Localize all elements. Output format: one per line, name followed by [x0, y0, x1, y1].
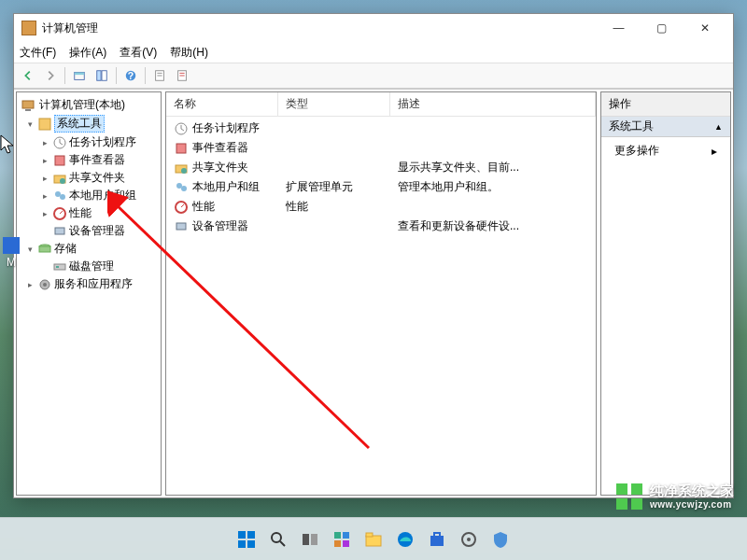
svg-point-18 — [60, 178, 65, 184]
edge-button[interactable] — [392, 526, 418, 553]
list-row[interactable]: 设备管理器查看和更新设备硬件设... — [170, 217, 592, 236]
properties-button[interactable] — [149, 65, 170, 86]
tree-local-users[interactable]: ▸本地用户和组 — [39, 187, 159, 204]
svg-point-32 — [181, 168, 187, 174]
svg-line-48 — [280, 541, 285, 546]
titlebar[interactable]: 计算机管理 — ▢ ✕ — [14, 14, 733, 42]
list-pane[interactable]: 名称 类型 描述 任务计划程序事件查看器共享文件夹显示共享文件夹、目前...本地… — [165, 91, 597, 496]
menu-file[interactable]: 文件(F) — [20, 45, 56, 61]
list-row[interactable]: 本地用户和组扩展管理单元管理本地用户和组。 — [170, 177, 592, 197]
svg-rect-51 — [334, 532, 341, 539]
cursor-icon — [0, 134, 17, 157]
svg-point-33 — [176, 183, 182, 189]
back-button[interactable] — [18, 65, 38, 86]
svg-rect-46 — [247, 540, 255, 548]
list-row[interactable]: 共享文件夹显示共享文件夹、目前... — [170, 158, 592, 177]
svg-rect-53 — [334, 540, 341, 547]
svg-rect-25 — [54, 264, 65, 270]
svg-rect-26 — [56, 266, 59, 268]
svg-point-19 — [55, 191, 61, 197]
svg-rect-2 — [97, 71, 101, 81]
action-group-header[interactable]: 系统工具 ▲ — [601, 117, 730, 137]
svg-rect-50 — [311, 534, 317, 545]
tree-task-scheduler[interactable]: ▸任务计划程序 — [39, 133, 159, 151]
window-title: 计算机管理 — [42, 21, 598, 36]
svg-rect-39 — [616, 483, 627, 495]
svg-rect-44 — [247, 531, 255, 539]
refresh-button[interactable] — [172, 65, 192, 86]
up-button[interactable] — [69, 65, 90, 86]
menu-view[interactable]: 查看(V) — [120, 45, 157, 61]
svg-point-47 — [272, 533, 281, 542]
store-button[interactable] — [424, 526, 450, 553]
help-button[interactable]: ? — [120, 65, 141, 86]
start-button[interactable] — [233, 526, 260, 553]
svg-rect-42 — [631, 498, 642, 510]
tree-pane[interactable]: 计算机管理(本地) ▾ 系统工具 ▸任务计划程序 ▸事件查看器 ▸共享文件夹 ▸… — [16, 91, 162, 496]
tree-event-viewer[interactable]: ▸事件查看器 — [39, 151, 159, 169]
svg-rect-59 — [434, 533, 440, 537]
svg-rect-45 — [238, 540, 246, 548]
tree-storage[interactable]: ▾ 存储 — [22, 240, 159, 258]
close-button[interactable]: ✕ — [684, 15, 726, 41]
tree-services-apps[interactable]: ▸ 服务和应用程序 — [22, 275, 159, 293]
device-icon — [52, 224, 67, 239]
svg-rect-24 — [39, 246, 50, 252]
watermark-logo-icon — [614, 482, 644, 511]
svg-rect-49 — [303, 534, 309, 545]
explorer-button[interactable] — [360, 526, 387, 553]
security-button[interactable] — [487, 526, 514, 553]
list-row[interactable]: 性能性能 — [170, 197, 592, 217]
list-row[interactable]: 任务计划程序 — [170, 119, 592, 138]
forward-button[interactable] — [40, 65, 61, 86]
tools-icon — [37, 117, 52, 132]
chevron-right-icon[interactable]: ▸ — [39, 190, 50, 202]
col-desc[interactable]: 描述 — [390, 92, 596, 116]
action-header: 操作 — [601, 92, 730, 117]
computer-management-window: 计算机管理 — ▢ ✕ 文件(F) 操作(A) 查看(V) 帮助(H) ? 计算… — [13, 13, 734, 498]
chevron-right-icon[interactable]: ▸ — [39, 155, 50, 166]
settings-button[interactable] — [456, 526, 482, 553]
row-icon — [174, 121, 189, 136]
tree-disk-management[interactable]: ▸磁盘管理 — [39, 258, 159, 275]
taskbar[interactable] — [0, 517, 747, 560]
services-icon — [37, 277, 52, 292]
svg-rect-30 — [176, 144, 186, 153]
search-button[interactable] — [265, 526, 291, 553]
tree-system-tools[interactable]: ▾ 系统工具 — [22, 114, 159, 133]
svg-point-34 — [181, 186, 187, 191]
svg-point-20 — [60, 194, 65, 200]
chevron-down-icon[interactable]: ▾ — [24, 244, 35, 255]
svg-rect-3 — [102, 71, 106, 81]
col-type[interactable]: 类型 — [278, 92, 390, 116]
list-row[interactable]: 事件查看器 — [170, 138, 592, 158]
chevron-right-icon[interactable]: ▸ — [24, 279, 35, 290]
collapse-icon: ▲ — [714, 122, 723, 132]
clock-icon — [52, 135, 67, 150]
tree-device-manager[interactable]: ▸设备管理器 — [39, 222, 159, 240]
svg-point-28 — [43, 283, 47, 287]
col-name[interactable]: 名称 — [166, 92, 278, 116]
show-hide-tree-button[interactable] — [92, 65, 112, 86]
tree-shared-folders[interactable]: ▸共享文件夹 — [39, 169, 159, 187]
svg-rect-38 — [3, 237, 20, 254]
taskview-button[interactable] — [297, 526, 323, 553]
perf-icon — [52, 206, 67, 221]
maximize-button[interactable]: ▢ — [641, 15, 683, 41]
svg-rect-22 — [55, 228, 64, 234]
minimize-button[interactable]: — — [598, 15, 640, 41]
chevron-right-icon[interactable]: ▸ — [39, 173, 50, 184]
chevron-down-icon[interactable]: ▾ — [24, 119, 35, 130]
svg-text:?: ? — [128, 70, 134, 81]
tree-root[interactable]: 计算机管理(本地) — [19, 96, 159, 114]
tree-performance[interactable]: ▸性能 — [39, 204, 159, 222]
folder-share-icon — [52, 171, 67, 186]
action-more[interactable]: 更多操作 ▸ — [601, 137, 730, 164]
menu-action[interactable]: 操作(A) — [69, 45, 106, 61]
desktop-icon[interactable]: M — [2, 237, 21, 269]
widgets-button[interactable] — [329, 526, 355, 553]
computer-icon — [21, 98, 35, 113]
chevron-right-icon[interactable]: ▸ — [39, 208, 50, 219]
menu-help[interactable]: 帮助(H) — [170, 45, 208, 61]
chevron-right-icon[interactable]: ▸ — [39, 137, 50, 148]
